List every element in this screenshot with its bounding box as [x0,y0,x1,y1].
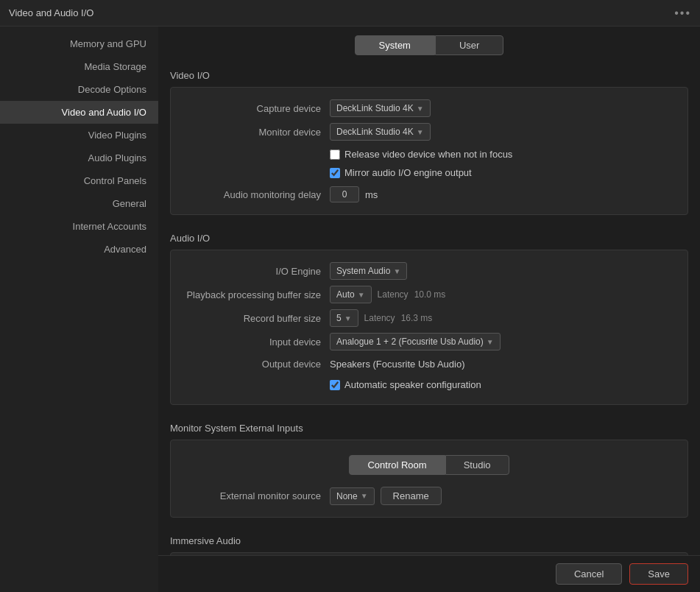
sidebar-item-decode-options[interactable]: Decode Options [0,78,158,101]
window-title: Video and Audio I/O [9,7,93,18]
tab-bar: System User [158,27,700,64]
external-monitor-arrow-icon: ▼ [361,492,368,500]
monitor-device-arrow-icon: ▼ [417,128,424,136]
video-io-title: Video I/O [170,64,688,87]
audio-monitoring-input[interactable] [330,186,359,202]
sidebar-item-general[interactable]: General [0,192,158,215]
record-buffer-row: Record buffer size 5 ▼ Latency 16.3 ms [183,306,676,330]
io-engine-value: System Audio [336,266,390,276]
mirror-audio-label: Mirror audio I/O engine output [344,167,472,178]
external-monitor-value: None [336,491,358,501]
video-io-box: Capture device DeckLink Studio 4K ▼ Moni… [170,87,688,215]
output-device-label: Output device [183,359,330,370]
auto-speaker-checkbox[interactable] [330,380,340,390]
release-video-label: Release video device when not in focus [344,149,512,160]
monitor-device-controls: DeckLink Studio 4K ▼ [330,123,676,141]
sidebar-item-audio-plugins[interactable]: Audio Plugins [0,147,158,169]
external-monitor-row: External monitor source None ▼ Rename [183,484,676,508]
titlebar: Video and Audio I/O ••• [0,0,700,27]
record-latency-value: 16.3 ms [401,313,433,323]
audio-monitoring-label: Audio monitoring delay [183,189,330,200]
monitor-device-row: Monitor device DeckLink Studio 4K ▼ [183,120,676,144]
monitor-device-select[interactable]: DeckLink Studio 4K ▼ [330,123,431,141]
capture-device-value: DeckLink Studio 4K [336,103,414,113]
input-device-select[interactable]: Analogue 1 + 2 (Focusrite Usb Audio) ▼ [330,333,501,350]
sidebar-item-advanced[interactable]: Advanced [0,238,158,261]
input-device-row: Input device Analogue 1 + 2 (Focusrite U… [183,330,676,353]
segment-studio[interactable]: Studio [445,455,509,475]
playback-latency-value: 10.0 ms [414,289,446,300]
capture-device-select[interactable]: DeckLink Studio 4K ▼ [330,99,431,117]
io-engine-label: I/O Engine [183,266,330,277]
sidebar-item-control-panels[interactable]: Control Panels [0,169,158,192]
record-buffer-arrow-icon: ▼ [344,314,352,323]
audio-monitoring-unit: ms [365,189,378,200]
sidebar-item-media-storage[interactable]: Media Storage [0,55,158,78]
rename-button[interactable]: Rename [381,487,442,505]
io-engine-row: I/O Engine System Audio ▼ [183,259,676,283]
capture-device-label: Capture device [183,103,330,114]
video-checkboxes-area: Release video device when not in focus M… [330,144,676,183]
save-button[interactable]: Save [629,563,688,585]
monitor-external-title: Monitor System External Inputs [170,417,688,440]
monitor-segment-control: Control Room Studio [349,455,509,475]
tab-user[interactable]: User [435,35,503,55]
input-device-value: Analogue 1 + 2 (Focusrite Usb Audio) [336,336,484,347]
cancel-button[interactable]: Cancel [556,563,622,585]
input-device-label: Input device [183,336,330,348]
sidebar-item-video-plugins[interactable]: Video Plugins [0,124,158,147]
playback-buffer-value: Auto [336,289,355,300]
capture-device-controls: DeckLink Studio 4K ▼ [330,99,676,117]
io-engine-arrow-icon: ▼ [393,267,400,275]
monitor-external-section: Monitor System External Inputs Control R… [158,417,700,529]
record-buffer-value: 5 [336,313,342,323]
immersive-audio-title: Immersive Audio [170,529,688,552]
record-buffer-select[interactable]: 5 ▼ [330,309,358,327]
capture-device-row: Capture device DeckLink Studio 4K ▼ [183,96,676,120]
playback-buffer-arrow-icon: ▼ [358,291,365,299]
sidebar-item-memory-gpu[interactable]: Memory and GPU [0,32,158,55]
release-video-checkbox[interactable] [330,149,340,160]
segment-control-room[interactable]: Control Room [349,455,445,475]
record-latency-label: Latency [364,313,395,323]
io-engine-controls: System Audio ▼ [330,262,676,280]
playback-latency-label: Latency [378,289,409,300]
audio-io-box: I/O Engine System Audio ▼ Playback proce… [170,250,688,405]
output-device-value: Speakers (Focusrite Usb Audio) [330,359,465,370]
output-device-row: Output device Speakers (Focusrite Usb Au… [183,353,676,374]
external-monitor-label: External monitor source [183,490,330,501]
io-engine-select[interactable]: System Audio ▼ [330,262,407,280]
audio-io-section: Audio I/O I/O Engine System Audio ▼ [158,227,700,417]
playback-buffer-select[interactable]: Auto ▼ [330,286,372,303]
monitor-device-value: DeckLink Studio 4K [336,127,414,137]
capture-device-arrow-icon: ▼ [417,105,424,113]
video-io-section: Video I/O Capture device DeckLink Studio… [158,64,700,227]
tab-system[interactable]: System [355,35,435,55]
sidebar-item-internet-accounts[interactable]: Internet Accounts [0,215,158,238]
audio-io-title: Audio I/O [170,227,688,250]
sidebar-item-video-audio-io[interactable]: Video and Audio I/O [0,101,158,124]
content-area: System User Video I/O Capture device Dec… [158,27,700,592]
audio-monitoring-row: Audio monitoring delay ms [183,183,676,205]
external-monitor-controls: None ▼ Rename [330,487,676,505]
bottom-bar: Cancel Save [158,555,700,592]
monitor-external-box: Control Room Studio External monitor sou… [170,440,688,518]
external-monitor-select[interactable]: None ▼ [330,487,375,505]
main-layout: Memory and GPU Media Storage Decode Opti… [0,27,700,592]
auto-speaker-label: Automatic speaker configuration [344,379,481,390]
mirror-audio-row: Mirror audio I/O engine output [330,165,676,180]
playback-buffer-controls: Auto ▼ Latency 10.0 ms [330,286,676,303]
monitor-device-label: Monitor device [183,127,330,138]
sidebar: Memory and GPU Media Storage Decode Opti… [0,27,158,592]
output-device-value-area: Speakers (Focusrite Usb Audio) [330,359,676,370]
auto-speaker-row: Automatic speaker configuration [330,377,676,392]
audio-monitoring-controls: ms [330,186,676,202]
playback-buffer-label: Playback processing buffer size [183,289,330,300]
release-video-row: Release video device when not in focus [330,147,676,162]
playback-buffer-row: Playback processing buffer size Auto ▼ L… [183,283,676,306]
input-device-arrow-icon: ▼ [487,338,494,346]
record-buffer-controls: 5 ▼ Latency 16.3 ms [330,309,676,327]
mirror-audio-checkbox[interactable] [330,168,340,178]
record-buffer-label: Record buffer size [183,313,330,324]
window-menu-icon[interactable]: ••• [674,7,691,20]
